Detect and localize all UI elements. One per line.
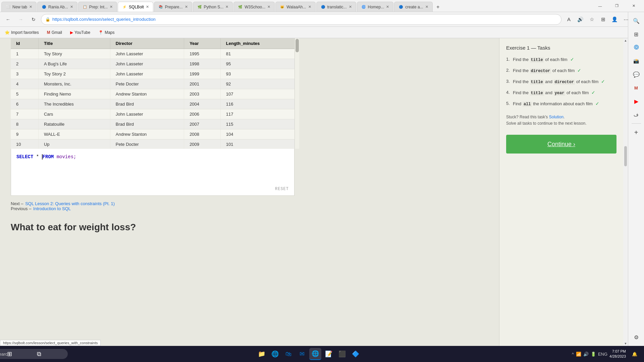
task-text: Find the title of each film ✓ — [513, 56, 616, 63]
sidebar-collections-icon[interactable]: ⊞ — [630, 28, 642, 40]
tab-prepare[interactable]: 📚 Prepare... ✕ — [154, 2, 192, 12]
search-taskbar-button[interactable]: 🔍 Search — [17, 347, 31, 361]
scroll-down-arrow[interactable]: ▼ — [623, 341, 628, 346]
new-tab-button[interactable]: + — [433, 2, 443, 12]
battery-icon[interactable]: 🔋 — [591, 352, 596, 357]
table-scrollbar[interactable] — [294, 38, 299, 149]
task-text: Find the title and director of each film… — [513, 78, 616, 85]
notification-icon[interactable]: 🔔 — [628, 347, 641, 361]
taskbar-vscode-icon[interactable]: 📝 — [323, 348, 335, 360]
taskbar-store-icon[interactable]: 🛍 — [282, 348, 294, 360]
tab-label-home: Homep... — [368, 5, 384, 9]
tab-rania[interactable]: 🔵 Rania Ab... ✕ — [37, 2, 77, 12]
sql-editor[interactable]: SELECT * FROM movies; RESET — [11, 149, 294, 196]
chevron-up-icon[interactable]: ^ — [572, 352, 574, 357]
sidebar-add-icon[interactable]: + — [630, 126, 642, 138]
refresh-button[interactable]: ↻ — [28, 14, 39, 25]
close-button[interactable]: ✕ — [626, 0, 641, 12]
cell-id: 4 — [11, 79, 38, 89]
tab-close-python[interactable]: ✕ — [225, 5, 228, 9]
taskbar-explorer-icon[interactable]: 📁 — [256, 348, 268, 360]
tab-close-sqlbolt[interactable]: ✕ — [146, 5, 149, 9]
taskbar-terminal-icon[interactable]: ⬛ — [336, 348, 348, 360]
maximize-button[interactable]: ❐ — [609, 0, 625, 12]
tab-close-new[interactable]: ✕ — [29, 5, 32, 9]
sidebar-separator — [632, 123, 641, 124]
profile-icon[interactable]: 👤 — [609, 14, 620, 25]
next-label: Next – — [11, 201, 23, 206]
tab-new-tab[interactable]: ⬜ New tab ✕ — [1, 2, 37, 12]
taskbar-edge-icon[interactable]: 🌐 — [269, 348, 281, 360]
right-panel: Exercise 1 — Tasks 1.Find the title of e… — [499, 38, 623, 346]
tab-close-create[interactable]: ✕ — [425, 5, 428, 9]
minimize-button[interactable]: — — [592, 0, 608, 12]
fav-youtube[interactable]: ▶ YouTube — [68, 29, 92, 36]
speaker-icon[interactable]: 🔊 — [583, 352, 589, 357]
taskbar-left: ⊞ 🔍 Search ⧉ — [3, 347, 46, 361]
fav-gmail[interactable]: M Gmail — [45, 29, 64, 36]
time-text: 7:07 PM — [609, 349, 626, 354]
tab-close-w3[interactable]: ✕ — [267, 5, 270, 9]
read-aloud-icon[interactable]: 🔊 — [575, 14, 586, 25]
cell-length: 116 — [220, 99, 299, 109]
prev-link[interactable]: Introduction to SQL — [33, 206, 71, 211]
import-icon: ⭐ — [5, 30, 10, 35]
cell-title: A Bug's Life — [38, 59, 110, 69]
collections-icon[interactable]: ⊞ — [598, 14, 608, 25]
tab-sqlbolt[interactable]: ⚡ SQLBolt ✕ — [118, 2, 153, 12]
task-view-button[interactable]: ⧉ — [32, 347, 46, 361]
task-text: Find the director of each film ✓ — [513, 67, 616, 74]
reset-button[interactable]: RESET — [275, 187, 289, 191]
tab-walaa[interactable]: 🐱 WalaaAh... ✕ — [275, 2, 315, 12]
fav-import[interactable]: ⭐ Import favorites — [3, 29, 41, 36]
sidebar-outlook-icon[interactable]: Ⓞ — [630, 42, 642, 54]
taskbar-extra-icon[interactable]: 🔷 — [350, 348, 362, 360]
sidebar-farsi-icon[interactable]: ف — [630, 109, 642, 121]
tab-translate[interactable]: 🔵 translatic... ✕ — [316, 2, 356, 12]
forward-button[interactable]: → — [15, 14, 26, 25]
tab-w3schools[interactable]: 🌿 W3Schoo... ✕ — [233, 2, 275, 12]
table-scroll-thumb[interactable] — [296, 39, 299, 52]
sidebar-youtube-icon[interactable]: ▶ — [630, 95, 642, 107]
tab-label-rania: Rania Ab... — [48, 5, 68, 9]
task-code2: director — [554, 79, 575, 85]
scroll-thumb[interactable] — [624, 146, 627, 166]
lang-icon[interactable]: ENG — [598, 352, 607, 357]
tab-close-prep[interactable]: ✕ — [110, 5, 113, 9]
solution-link[interactable]: Solution — [549, 115, 564, 119]
tab-close-walaa[interactable]: ✕ — [308, 5, 311, 9]
tab-close-translate[interactable]: ✕ — [349, 5, 352, 9]
sidebar-gmail-icon[interactable]: M — [630, 82, 642, 94]
taskbar-mail-icon[interactable]: ✉ — [296, 348, 308, 360]
tab-python[interactable]: 🌿 Python S... ✕ — [193, 2, 233, 12]
sidebar-instagram-icon[interactable]: 📸 — [630, 55, 642, 67]
tab-homepage[interactable]: 🌀 Homep... ✕ — [357, 2, 394, 12]
tab-close-rania[interactable]: ✕ — [70, 5, 73, 9]
network-icon[interactable]: 📶 — [576, 352, 581, 357]
fav-maps[interactable]: 📍 Maps — [96, 29, 116, 36]
table-row: 2A Bug's LifeJohn Lasseter199895 — [11, 59, 299, 69]
sidebar-settings-icon[interactable]: ⚙ — [630, 331, 642, 343]
page-scrollbar[interactable]: ▲ ▼ — [623, 38, 628, 346]
scroll-up-arrow[interactable]: ▲ — [623, 38, 628, 43]
taskbar-browser-icon[interactable]: 🌐 — [309, 348, 321, 360]
favorites-icon[interactable]: ☆ — [586, 14, 597, 25]
search-text: Search — [0, 352, 10, 357]
cell-length: 115 — [220, 119, 299, 129]
tab-favicon-translate: 🔵 — [321, 5, 325, 9]
time-display[interactable]: 7:07 PM 4/28/2023 — [609, 349, 626, 359]
sidebar-whatsapp-icon[interactable]: 💬 — [630, 68, 642, 80]
translate-icon[interactable]: A — [564, 14, 574, 25]
continue-button[interactable]: Continue › — [506, 135, 616, 154]
sidebar-search-icon[interactable]: 🔍 — [630, 15, 642, 27]
back-button[interactable]: ← — [3, 14, 13, 25]
url-bar[interactable]: 🔒 https://sqlbolt.com/lesson/select_quer… — [41, 14, 561, 25]
fav-maps-label: Maps — [105, 30, 114, 35]
tab-create[interactable]: 🔵 create a... ✕ — [394, 2, 432, 12]
tab-close-home[interactable]: ✕ — [386, 5, 389, 9]
next-link[interactable]: SQL Lesson 2: Queries with constraints (… — [25, 201, 115, 206]
tab-close-prepare[interactable]: ✕ — [185, 5, 188, 9]
tab-prep[interactable]: 📋 Prep: Int... ✕ — [78, 2, 117, 12]
cell-director: John Lasseter — [110, 49, 184, 59]
cell-length: 93 — [220, 69, 299, 79]
